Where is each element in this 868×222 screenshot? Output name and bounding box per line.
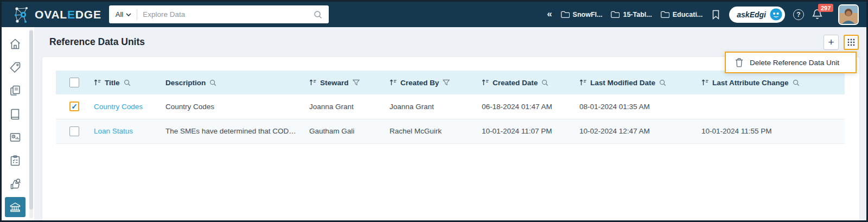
breadcrumb-label: Educati...: [673, 11, 703, 18]
breadcrumb-label: 15-Tabl...: [623, 11, 652, 18]
collapse-breadcrumbs-icon[interactable]: «: [547, 9, 552, 20]
nine-dots-menu-button[interactable]: [844, 35, 859, 50]
column-header-created-by[interactable]: Created By: [385, 71, 477, 94]
cell-last-modified-date: 08-01-2024 01:35 AM: [575, 94, 697, 119]
ovaledge-molecule-icon: [12, 5, 30, 24]
menu-item-label: Delete Reference Data Unit: [750, 59, 839, 67]
sort-icon[interactable]: [579, 79, 586, 86]
column-filter-icon[interactable]: [353, 79, 360, 86]
sidebar-item-data-quality[interactable]: [5, 174, 25, 194]
cell-steward: Gautham Gali: [305, 119, 385, 143]
sort-icon[interactable]: [482, 79, 489, 86]
checklist-icon: [9, 154, 22, 167]
topbar-right-group: « SnowFl... 15-Tabl... Educati...: [547, 4, 859, 25]
column-filter-icon[interactable]: [443, 79, 450, 86]
cell-created-date: 06-18-2024 01:47 AM: [477, 94, 575, 119]
column-search-icon[interactable]: [659, 79, 666, 86]
main-content: Reference Data Units +: [34, 27, 866, 220]
breadcrumb-snowflake[interactable]: SnowFl...: [560, 10, 603, 18]
search-input[interactable]: [143, 10, 314, 18]
column-header-last-modified-date[interactable]: Last Modified Date: [575, 71, 697, 94]
reference-data-unit-link[interactable]: Country Codes: [94, 103, 143, 111]
breadcrumb-label: SnowFl...: [573, 11, 603, 18]
sidebar-item-projects[interactable]: [5, 150, 25, 170]
column-header-title[interactable]: Title: [90, 71, 161, 94]
cell-created-date: 10-01-2024 11:07 PM: [477, 119, 575, 143]
sidebar-item-glossary[interactable]: [5, 104, 25, 124]
user-avatar[interactable]: [838, 4, 859, 25]
folder-icon: [560, 10, 570, 18]
sort-icon[interactable]: [390, 79, 397, 86]
sort-icon[interactable]: [94, 79, 101, 86]
column-search-icon[interactable]: [541, 79, 548, 86]
trash-icon: [735, 58, 743, 67]
cell-steward: Joanna Grant: [305, 94, 385, 119]
breadcrumb-education[interactable]: Educati...: [660, 10, 703, 18]
bookmark-icon[interactable]: [712, 10, 720, 20]
chevron-down-icon: [126, 13, 131, 16]
search-scope-dropdown[interactable]: All: [116, 10, 131, 18]
search-divider: [137, 9, 137, 20]
ovaledge-wordmark: OVALEDGE: [35, 8, 101, 21]
header-actions: +: [824, 35, 859, 50]
sort-icon[interactable]: [701, 79, 709, 86]
folder-icon: [610, 10, 620, 18]
column-header-created-date[interactable]: Created Date: [477, 71, 575, 94]
folder-icon: [660, 10, 669, 18]
cell-description: Country Codes: [161, 94, 305, 119]
table-row: ✓ Loan Status The SMEs have determined t…: [56, 119, 845, 143]
cell-description: The SMEs have determined that CODED...: [161, 119, 305, 143]
cell-created-by: Rachel McGuirk: [385, 119, 477, 143]
column-search-icon[interactable]: [124, 79, 131, 86]
sort-icon[interactable]: [309, 79, 316, 86]
reference-data-units-table: ✓ Title Description: [56, 71, 845, 144]
global-search-bar[interactable]: All: [109, 5, 329, 23]
breadcrumb-15-tables[interactable]: 15-Tabl...: [610, 10, 652, 18]
cell-created-by: Joanna Grant: [385, 94, 477, 119]
sidebar-scrollbar-thumb[interactable]: [29, 30, 33, 210]
left-sidebar: [2, 27, 34, 220]
askedgi-label: askEdgi: [737, 10, 766, 19]
column-search-icon[interactable]: [209, 79, 216, 86]
reference-data-unit-link[interactable]: Loan Status: [94, 127, 133, 135]
governance-bank-icon: [9, 201, 22, 214]
askedgi-bot-icon: [770, 8, 782, 21]
cell-last-attribute-change: 10-01-2024 11:55 PM: [697, 119, 845, 143]
column-header-description[interactable]: Description: [161, 71, 305, 94]
home-icon: [9, 37, 22, 50]
ovaledge-logo[interactable]: OVALEDGE: [12, 5, 101, 24]
report-chart-icon: [9, 131, 22, 144]
table-row: ✓ Country Codes Country Codes Joanna Gra…: [56, 94, 845, 119]
copy-pages-icon: [9, 84, 22, 97]
askedgi-button[interactable]: askEdgi: [729, 7, 785, 23]
book-icon: [9, 107, 22, 120]
select-all-checkbox[interactable]: ✓: [69, 78, 79, 87]
search-scope-label: All: [116, 10, 123, 18]
add-reference-data-unit-button[interactable]: +: [824, 35, 839, 50]
sidebar-item-tags[interactable]: [5, 58, 25, 78]
row-checkbox[interactable]: ✓: [69, 126, 79, 136]
row-checkbox[interactable]: ✓: [69, 102, 79, 111]
page-title: Reference Data Units: [49, 36, 145, 48]
app-window: OVALEDGE All « SnowFl...: [0, 0, 868, 222]
content-panel: ✓ Title Description: [42, 57, 859, 220]
sidebar-item-home[interactable]: [5, 34, 25, 54]
help-icon[interactable]: ?: [793, 9, 804, 20]
top-navbar: OVALEDGE All « SnowFl...: [2, 2, 866, 27]
sidebar-item-governance[interactable]: [5, 197, 25, 217]
column-header-steward[interactable]: Steward: [305, 71, 385, 94]
notifications-button[interactable]: 297: [812, 9, 822, 20]
column-search-icon[interactable]: [793, 79, 800, 86]
search-icon[interactable]: [314, 10, 322, 19]
endorse-hand-icon: [9, 177, 22, 191]
menu-item-delete-reference-data-unit[interactable]: Delete Reference Data Unit: [725, 52, 857, 73]
notification-count-badge: 297: [818, 4, 833, 12]
table-header-row: ✓ Title Description: [56, 71, 845, 94]
sidebar-item-data-catalog[interactable]: [5, 81, 25, 101]
cell-last-attribute-change: [697, 94, 845, 119]
tag-icon: [9, 61, 22, 74]
sidebar-item-reports[interactable]: [5, 128, 25, 148]
column-header-last-attribute-change[interactable]: Last Attribute Change: [697, 71, 845, 94]
nine-dots-icon: [847, 39, 855, 46]
cell-last-modified-date: 10-02-2024 12:47 AM: [575, 119, 697, 143]
